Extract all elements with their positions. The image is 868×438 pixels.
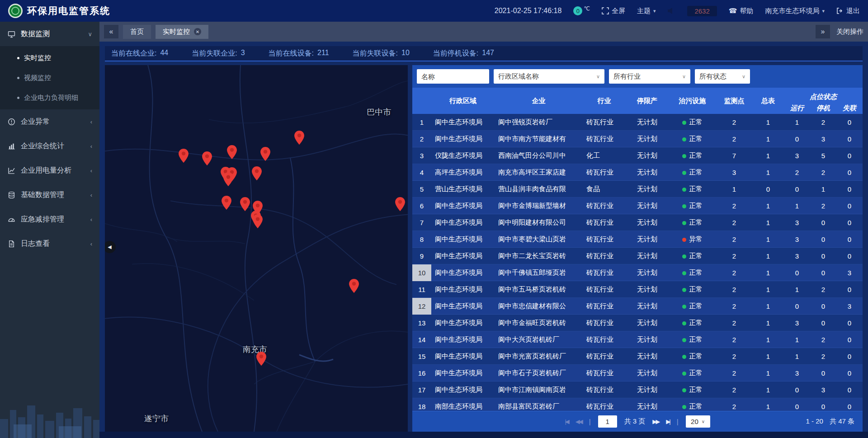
cell-limit: 无计划: [626, 151, 669, 160]
table-row[interactable]: 4高坪生态环境局南充市高坪区王家店建砖瓦行业无计划正常31220: [412, 164, 863, 181]
table-row[interactable]: 1阆中生态环境局阆中强锐页岩砖厂砖瓦行业无计划正常21120: [412, 114, 863, 131]
last-page-button[interactable]: ▶|: [666, 418, 669, 425]
map-marker-icon[interactable]: [227, 145, 237, 159]
sidebar-item-data-monitoring[interactable]: 数据监测 ∨: [0, 22, 99, 46]
tabs-scroll-right-button[interactable]: »: [816, 25, 830, 38]
cell-region: 仪陇生态环境局: [431, 151, 495, 160]
content-area: « 首页 实时监控 ✕ » 关闭操作 当前在线企业:44 当前失联企业:3: [99, 22, 868, 438]
name-search-input[interactable]: [417, 69, 489, 84]
map-marker-icon[interactable]: [256, 352, 266, 366]
map-marker-icon[interactable]: [223, 172, 233, 186]
table-row[interactable]: 8阆中生态环境局阆中市枣碧大梁山页岩砖瓦行业无计划异常21300: [412, 231, 863, 248]
col-header-company: 企业: [495, 88, 583, 114]
org-label: 南充市生态环境局: [765, 7, 819, 15]
tabs-scroll-left-button[interactable]: «: [104, 25, 118, 38]
close-icon[interactable]: ✕: [194, 28, 201, 35]
table-row[interactable]: 16阆中生态环境局阆中市石子页岩机砖厂砖瓦行业无计划正常21300: [412, 365, 863, 381]
cell-stop: 2: [810, 286, 836, 293]
sidebar-item-video-monitor[interactable]: 视频监控: [0, 68, 99, 88]
page-size-select[interactable]: 20 ∨: [686, 415, 710, 428]
table-row[interactable]: 9阆中生态环境局阆中市二龙长宝页岩砖砖瓦行业无计划正常21300: [412, 248, 863, 264]
map-marker-icon[interactable]: [240, 197, 250, 211]
cell-region: 阆中生态环境局: [431, 386, 495, 394]
org-dropdown[interactable]: 南充市生态环境局 ▾: [765, 7, 825, 15]
cell-run: 0: [784, 269, 810, 277]
sidebar-item-logs[interactable]: 日志查看 ‹: [0, 231, 99, 256]
prev-page-button[interactable]: ◀◀: [576, 418, 582, 425]
map-marker-icon[interactable]: [294, 131, 304, 145]
region-select[interactable]: 行政区域名称 ∨: [494, 69, 604, 84]
alarm-speaker-button[interactable]: [667, 7, 675, 14]
cell-limit: 无计划: [626, 252, 669, 260]
sidebar-item-power-analysis[interactable]: 企业用电量分析 ‹: [0, 158, 99, 183]
col-header-points: 监测点: [716, 88, 752, 114]
table-row[interactable]: 14阆中生态环境局阆中大兴页岩机砖厂砖瓦行业无计划正常21120: [412, 331, 863, 348]
col-header-index: [412, 88, 431, 114]
table-row[interactable]: 10阆中生态环境局阆中千佛镇五郎垭页岩砖瓦行业无计划正常21003: [412, 264, 863, 281]
map-panel[interactable]: 巴中市南充市遂宁市 ◀: [105, 65, 408, 432]
sidebar-item-realtime-monitor[interactable]: 实时监控: [0, 48, 99, 68]
cell-stop: 0: [810, 235, 836, 243]
table-row[interactable]: 7阆中生态环境局阆中明阳建材有限公司砖瓦行业无计划正常21300: [412, 214, 863, 231]
cell-region: 高坪生态环境局: [431, 168, 495, 177]
help-label: 帮助: [740, 7, 753, 15]
stat-stopped-devices: 当前停机设备:147: [433, 49, 494, 58]
status-select[interactable]: 所有状态 ∨: [695, 69, 750, 84]
table-row[interactable]: 6阆中生态环境局阆中市金博瑞新型墙材砖瓦行业无计划正常21120: [412, 198, 863, 214]
cell-meter: 1: [752, 302, 784, 310]
next-page-button[interactable]: ▶▶: [652, 418, 659, 425]
fullscreen-button[interactable]: 全屏: [602, 7, 625, 15]
map-marker-icon[interactable]: [179, 149, 189, 163]
sidebar-item-power-load-detail[interactable]: 企业电力负荷明细: [0, 88, 99, 108]
cell-region: 阆中生态环境局: [431, 235, 495, 244]
map-marker-icon[interactable]: [222, 196, 231, 210]
cell-meter: 1: [752, 336, 784, 344]
logout-button[interactable]: 退出: [836, 7, 860, 15]
map-marker-icon[interactable]: [395, 197, 405, 211]
page-input[interactable]: [598, 415, 617, 428]
theme-dropdown[interactable]: 主题 ▾: [637, 7, 656, 15]
cell-facility: 正常: [669, 352, 716, 361]
monitor-icon: [7, 30, 15, 38]
sidebar-item-base-data[interactable]: 基础数据管理 ‹: [0, 183, 99, 207]
table-row[interactable]: 11阆中生态环境局阆中市五马桥页岩机砖砖瓦行业无计划正常21120: [412, 281, 863, 298]
cell-stop: 0: [810, 269, 836, 277]
cell-limit: 无计划: [626, 268, 669, 277]
cell-lost: 0: [836, 353, 863, 360]
sidebar-item-enterprise-abnormal[interactable]: 企业异常 ‹: [0, 109, 99, 134]
cell-meter: 1: [752, 152, 784, 160]
industry-select[interactable]: 所有行业 ∨: [609, 69, 690, 84]
map-marker-icon[interactable]: [252, 166, 262, 180]
table-row[interactable]: 13阆中生态环境局阆中市金福旺页岩机砖砖瓦行业无计划正常21300: [412, 315, 863, 331]
chevron-down-icon: ▾: [822, 8, 825, 14]
table-row[interactable]: 15阆中生态环境局阆中市光富页岩机砖厂砖瓦行业无计划正常21120: [412, 348, 863, 365]
close-operations-button[interactable]: 关闭操作: [836, 28, 863, 36]
table-row[interactable]: 17阆中生态环境局阆中市江南镇阆南页岩砖瓦行业无计划正常21030: [412, 381, 863, 398]
map-marker-icon[interactable]: [349, 279, 359, 293]
map-marker-icon[interactable]: [260, 147, 270, 161]
cell-region: 阆中生态环境局: [431, 335, 495, 344]
cell-row-number: 12: [412, 298, 431, 315]
cell-limit: 无计划: [626, 386, 669, 394]
alert-count-badge[interactable]: 2632: [687, 6, 717, 16]
table-row[interactable]: 2阆中生态环境局阆中市南方节能建材有砖瓦行业无计划正常21030: [412, 131, 863, 147]
help-button[interactable]: ☎ 帮助: [729, 7, 754, 15]
tab-realtime-monitor[interactable]: 实时监控 ✕: [156, 25, 208, 39]
map-marker-icon[interactable]: [253, 214, 263, 228]
cell-region: 阆中生态环境局: [431, 302, 495, 311]
sidebar-item-emergency-reduction[interactable]: 应急减排管理 ‹: [0, 207, 99, 231]
cell-points: 2: [716, 235, 752, 243]
cell-lost: 0: [836, 403, 863, 410]
bar-chart-icon: [7, 142, 15, 150]
table-row[interactable]: 5营山生态环境局营山县润丰肉食品有限食品无计划正常10010: [412, 181, 863, 198]
tab-home[interactable]: 首页: [123, 25, 151, 39]
first-page-button[interactable]: |◀: [565, 418, 568, 425]
table-row[interactable]: 3仪陇生态环境局西南油气田分公司川中化工无计划正常71350: [412, 147, 863, 164]
cell-company: 阆中千佛镇五郎垭页岩: [495, 268, 583, 277]
sidebar-item-enterprise-statistics[interactable]: 企业综合统计 ‹: [0, 134, 99, 158]
cell-company: 阆中市南方节能建材有: [495, 135, 583, 143]
table-row[interactable]: 18南部生态环境局南部县富民页岩砖厂砖瓦行业无计划正常21000: [412, 398, 863, 411]
gauge-icon: [7, 215, 15, 223]
table-row[interactable]: 12阆中生态环境局阆中市忠信建材有限公砖瓦行业无计划正常21003: [412, 298, 863, 315]
map-marker-icon[interactable]: [202, 151, 212, 165]
